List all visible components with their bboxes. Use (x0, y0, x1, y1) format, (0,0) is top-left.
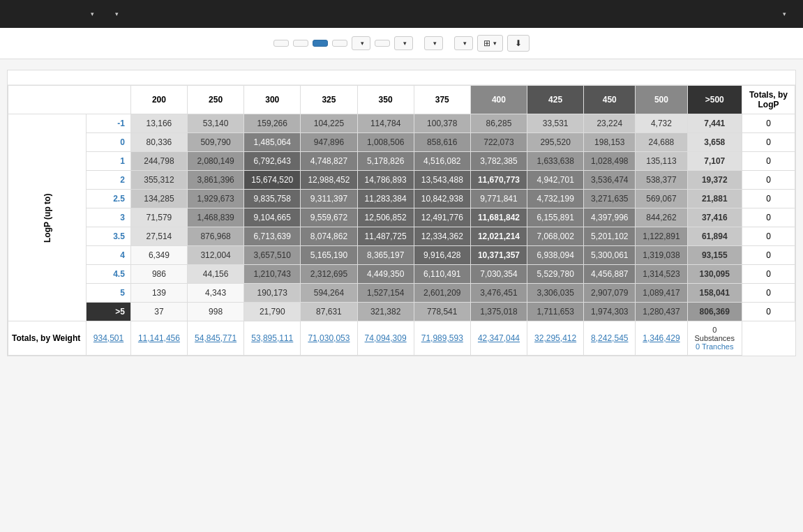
cell-0-10[interactable]: 7,441 (687, 114, 742, 133)
cell-10-1[interactable]: 998 (188, 303, 244, 321)
cell-7-9[interactable]: 1,319,038 (636, 246, 687, 265)
cell-6-8[interactable]: 5,201,102 (584, 227, 636, 246)
cell-8-4[interactable]: 4,449,350 (357, 265, 414, 284)
cell-2-4[interactable]: 5,178,826 (357, 152, 414, 171)
nav-biological[interactable]: ▾ (80, 3, 104, 24)
cell-0-2[interactable]: 159,266 (244, 114, 301, 133)
cell-9-3[interactable]: 594,264 (301, 284, 357, 303)
cell-0-0[interactable]: 13,166 (130, 114, 187, 133)
purch-button[interactable] (375, 40, 390, 47)
total-350[interactable]: 71,030,053 (301, 321, 357, 356)
cell-9-10[interactable]: 158,041 (687, 284, 742, 303)
nav-tranches[interactable] (60, 3, 80, 24)
cell-1-5[interactable]: 858,616 (414, 133, 470, 152)
cell-9-5[interactable]: 2,601,209 (414, 284, 470, 303)
cell-4-8[interactable]: 3,271,635 (584, 190, 636, 208)
total-gt500[interactable]: 1,346,429 (636, 321, 687, 356)
cell-10-10[interactable]: 806,369 (687, 303, 742, 321)
cell-10-6[interactable]: 1,375,018 (470, 303, 527, 321)
cell-3-7[interactable]: 4,942,701 (527, 171, 584, 190)
cell-10-9[interactable]: 1,280,437 (636, 303, 687, 321)
cell-7-8[interactable]: 5,300,061 (584, 246, 636, 265)
total-300[interactable]: 54,845,771 (188, 321, 244, 356)
nav-about[interactable]: ▾ (772, 3, 796, 24)
cell-4-3[interactable]: 9,311,397 (301, 190, 357, 208)
cell-4-1[interactable]: 1,929,673 (188, 190, 244, 208)
cell-10-7[interactable]: 1,711,653 (527, 303, 584, 321)
cell-4-10[interactable]: 21,881 (687, 190, 742, 208)
cell-9-8[interactable]: 2,907,079 (584, 284, 636, 303)
cell-4-4[interactable]: 11,283,384 (357, 190, 414, 208)
cell-7-0[interactable]: 6,349 (130, 246, 187, 265)
download-button[interactable]: ⬇ (507, 35, 530, 52)
cell-5-9[interactable]: 844,262 (636, 208, 687, 227)
cell-10-4[interactable]: 321,382 (357, 303, 414, 321)
total-250[interactable]: 11,141,456 (130, 321, 187, 356)
cell-7-3[interactable]: 5,165,190 (301, 246, 357, 265)
ph-na-dropdown[interactable]: ▾ (424, 36, 443, 50)
cell-5-7[interactable]: 6,155,891 (527, 208, 584, 227)
cell-1-9[interactable]: 24,688 (636, 133, 687, 152)
cell-0-6[interactable]: 86,285 (470, 114, 527, 133)
cell-8-8[interactable]: 4,456,887 (584, 265, 636, 284)
cell-2-0[interactable]: 244,798 (130, 152, 187, 171)
cell-2-7[interactable]: 1,633,638 (527, 152, 584, 171)
total-325[interactable]: 53,895,111 (244, 321, 301, 356)
nav-catalogs[interactable] (40, 3, 60, 24)
cell-10-3[interactable]: 87,631 (301, 303, 357, 321)
cell-6-1[interactable]: 876,968 (188, 227, 244, 246)
cell-7-10[interactable]: 93,155 (687, 246, 742, 265)
cell-0-7[interactable]: 33,531 (527, 114, 584, 133)
cell-1-6[interactable]: 722,073 (470, 133, 527, 152)
cell-2-2[interactable]: 6,792,643 (244, 152, 301, 171)
cell-10-5[interactable]: 778,541 (414, 303, 470, 321)
cell-3-9[interactable]: 538,377 (636, 171, 687, 190)
cell-5-0[interactable]: 71,579 (130, 208, 187, 227)
cell-8-7[interactable]: 5,529,780 (527, 265, 584, 284)
cell-5-1[interactable]: 1,468,839 (188, 208, 244, 227)
cell-5-2[interactable]: 9,104,665 (244, 208, 301, 227)
cell-4-7[interactable]: 4,732,199 (527, 190, 584, 208)
cell-3-0[interactable]: 355,312 (130, 171, 187, 190)
cell-6-3[interactable]: 8,074,862 (301, 227, 357, 246)
cell-2-8[interactable]: 1,028,498 (584, 152, 636, 171)
cell-10-0[interactable]: 37 (130, 303, 187, 321)
cell-7-2[interactable]: 3,657,510 (244, 246, 301, 265)
cell-2-10[interactable]: 7,107 (687, 152, 742, 171)
cell-1-2[interactable]: 1,485,064 (244, 133, 301, 152)
cell-6-7[interactable]: 7,068,002 (527, 227, 584, 246)
cell-9-4[interactable]: 1,527,154 (357, 284, 414, 303)
cell-9-1[interactable]: 4,343 (188, 284, 244, 303)
cell-3-4[interactable]: 14,786,893 (357, 171, 414, 190)
cell-8-2[interactable]: 1,210,743 (244, 265, 301, 284)
cell-4-9[interactable]: 569,067 (636, 190, 687, 208)
nav-more[interactable]: ▾ (104, 3, 128, 24)
total-400[interactable]: 71,989,593 (414, 321, 470, 356)
cell-8-6[interactable]: 7,030,354 (470, 265, 527, 284)
cell-6-9[interactable]: 1,122,891 (636, 227, 687, 246)
cell-5-5[interactable]: 12,491,776 (414, 208, 470, 227)
cell-3-1[interactable]: 3,861,396 (188, 171, 244, 190)
cell-8-9[interactable]: 1,314,523 (636, 265, 687, 284)
cell-2-9[interactable]: 135,113 (636, 152, 687, 171)
cell-9-0[interactable]: 139 (130, 284, 187, 303)
cell-7-1[interactable]: 312,004 (188, 246, 244, 265)
cell-0-1[interactable]: 53,140 (188, 114, 244, 133)
cell-4-5[interactable]: 10,842,938 (414, 190, 470, 208)
total-500[interactable]: 8,242,545 (584, 321, 636, 356)
cell-9-9[interactable]: 1,089,417 (636, 284, 687, 303)
cell-2-6[interactable]: 3,782,385 (470, 152, 527, 171)
cell-7-7[interactable]: 6,938,094 (527, 246, 584, 265)
nav-substances[interactable] (21, 3, 40, 24)
cell-5-6[interactable]: 11,681,842 (470, 208, 527, 227)
cell-1-7[interactable]: 295,520 (527, 133, 584, 152)
cell-0-9[interactable]: 4,732 (636, 114, 687, 133)
cell-4-6[interactable]: 9,771,841 (470, 190, 527, 208)
cell-9-7[interactable]: 3,306,035 (527, 284, 584, 303)
cell-1-8[interactable]: 198,153 (584, 133, 636, 152)
3d-button[interactable] (313, 40, 328, 47)
cell-2-5[interactable]: 4,516,082 (414, 152, 470, 171)
2d-button[interactable] (293, 40, 308, 47)
cell-9-6[interactable]: 3,476,451 (470, 284, 527, 303)
cell-0-4[interactable]: 114,784 (357, 114, 414, 133)
